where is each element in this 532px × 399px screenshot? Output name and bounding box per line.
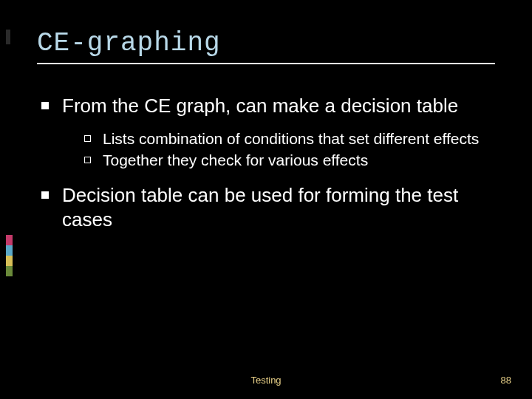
bullet-marker-icon bbox=[41, 102, 49, 109]
title-underline bbox=[37, 63, 495, 64]
bullet-level1: From the CE graph, can make a decision t… bbox=[41, 94, 495, 118]
accent-bottom bbox=[6, 235, 13, 276]
accent-top bbox=[6, 30, 10, 44]
bullet-text: Lists combination of conditions that set… bbox=[103, 129, 479, 149]
bullet-marker-icon bbox=[41, 191, 49, 199]
bullet-level2: Lists combination of conditions that set… bbox=[84, 129, 495, 149]
accent-seg bbox=[6, 235, 13, 245]
bullet-text: Together they check for various effects bbox=[103, 150, 368, 170]
slide-title: CE-graphing bbox=[37, 28, 495, 58]
accent-seg bbox=[6, 266, 13, 276]
footer-label: Testing bbox=[250, 375, 281, 386]
bullet-marker-hollow-icon bbox=[84, 135, 91, 142]
bullet-marker-hollow-icon bbox=[84, 157, 91, 163]
bullet-text: Decision table can be used for forming t… bbox=[62, 183, 495, 231]
accent-seg bbox=[6, 256, 13, 266]
slide-content: From the CE graph, can make a decision t… bbox=[37, 94, 495, 231]
bullet-level2: Together they check for various effects bbox=[84, 150, 495, 170]
accent-seg bbox=[6, 30, 10, 44]
slide: CE-graphing From the CE graph, can make … bbox=[0, 0, 532, 399]
accent-seg bbox=[6, 245, 13, 256]
bullet-level1: Decision table can be used for forming t… bbox=[41, 183, 495, 231]
footer-page-number: 88 bbox=[501, 375, 511, 386]
bullet-sub-group: Lists combination of conditions that set… bbox=[41, 129, 495, 171]
bullet-text: From the CE graph, can make a decision t… bbox=[62, 94, 458, 118]
